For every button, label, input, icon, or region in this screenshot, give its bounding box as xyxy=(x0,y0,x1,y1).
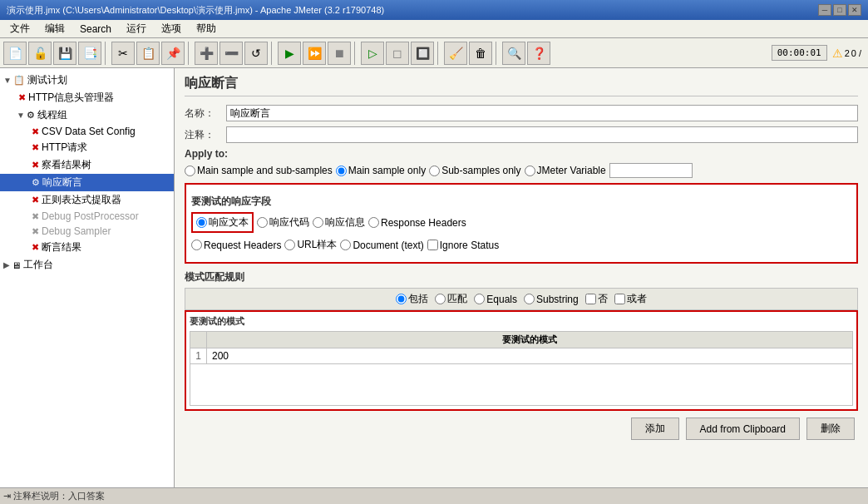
resp-code-option[interactable]: 响应代码 xyxy=(257,215,309,230)
tree-item-6[interactable]: ⚙ 响应断言 xyxy=(0,174,174,191)
maximize-button[interactable]: □ xyxy=(833,4,846,16)
expand-button[interactable]: ➕ xyxy=(195,42,218,65)
pattern-not[interactable]: 否 xyxy=(585,292,608,306)
cut-button[interactable]: ✂ xyxy=(111,42,135,65)
tree-icon-0: 📋 xyxy=(13,75,25,86)
pattern-contains[interactable]: 包括 xyxy=(396,292,428,306)
help-button[interactable]: ❓ xyxy=(527,42,550,65)
name-input[interactable] xyxy=(226,105,858,121)
tree-item-5[interactable]: ✖ 察看结果树 xyxy=(0,156,174,174)
pattern-matches[interactable]: 匹配 xyxy=(435,292,467,306)
name-row: 名称： xyxy=(185,105,858,121)
menu-search[interactable]: Search xyxy=(73,22,118,37)
tree-item-7[interactable]: ✖ 正则表达式提取器 xyxy=(0,191,174,209)
tree-icon-7: ✖ xyxy=(32,195,39,205)
menu-bar: 文件 编辑 Search 运行 选项 帮助 xyxy=(0,20,868,38)
remote-stop-all-button[interactable]: 🔲 xyxy=(411,42,434,65)
tree-item-11[interactable]: ▶ 🖥 工作台 xyxy=(0,256,174,274)
pattern-substring[interactable]: Substring xyxy=(524,294,579,305)
separator-2 xyxy=(188,42,191,65)
menu-run[interactable]: 运行 xyxy=(120,20,153,37)
row-num-1: 1 xyxy=(190,348,207,364)
search-btn[interactable]: 🔍 xyxy=(502,42,525,65)
menu-options[interactable]: 选项 xyxy=(155,20,188,37)
menu-file[interactable]: 文件 xyxy=(3,20,37,37)
reset-button[interactable]: ↺ xyxy=(244,42,268,65)
clear-button[interactable]: 🧹 xyxy=(444,42,467,65)
remote-stop-button[interactable]: ◻ xyxy=(386,42,409,65)
tree-item-10[interactable]: ✖ 断言结果 xyxy=(0,239,174,256)
tree-item-4[interactable]: ✖ HTTP请求 xyxy=(0,139,174,156)
apply-main-only[interactable]: Main sample only xyxy=(336,165,426,176)
tree-item-1[interactable]: ✖ HTTP信息头管理器 xyxy=(0,89,174,106)
resp-info-option[interactable]: 响应信息 xyxy=(313,215,365,230)
tree-label-7: 正则表达式提取器 xyxy=(42,193,121,207)
row-value-1[interactable]: 200 xyxy=(207,348,853,364)
tree-item-8[interactable]: ✖ Debug PostProcessor xyxy=(0,209,174,224)
menu-edit[interactable]: 编辑 xyxy=(38,20,72,37)
run-no-pause-button[interactable]: ⏩ xyxy=(303,42,326,65)
add-from-clipboard-button[interactable]: Add from Clipboard xyxy=(686,418,800,440)
response-field-group2: Request Headers URL样本 Document (text) Ig… xyxy=(191,238,851,252)
window-controls: ─ □ ✕ xyxy=(818,4,861,16)
stop-button[interactable]: ⏹ xyxy=(328,42,351,65)
clear-all-button[interactable]: 🗑 xyxy=(469,42,492,65)
table-row: 1 200 xyxy=(190,348,853,364)
resp-text-option[interactable]: 响应文本 xyxy=(191,212,254,233)
resp-headers-label: Response Headers xyxy=(381,217,466,229)
response-field-box: 要测试的响应字段 响应文本 响应代码 响应信息 Response Headers xyxy=(185,183,858,264)
tree-item-3[interactable]: ✖ CSV Data Set Config xyxy=(0,124,174,139)
pattern-row: 包括 匹配 Equals Substring 否 或者 xyxy=(185,288,858,310)
tree-icon-1: ✖ xyxy=(18,92,26,103)
title-text: 演示使用.jmx (C:\Users\Administrator\Desktop… xyxy=(7,4,818,17)
tree-label-10: 断言结果 xyxy=(42,240,81,254)
ignore-status-option[interactable]: Ignore Status xyxy=(427,240,499,251)
pattern-equals[interactable]: Equals xyxy=(474,294,517,305)
tree-item-0[interactable]: ▼ 📋 测试计划 xyxy=(0,72,174,89)
add-button[interactable]: 添加 xyxy=(631,418,679,440)
tree-item-9[interactable]: ✖ Debug Sampler xyxy=(0,224,174,239)
menu-help[interactable]: 帮助 xyxy=(190,20,223,37)
test-field-label: 要测试的响应字段 xyxy=(191,195,851,209)
new-button[interactable]: 📄 xyxy=(3,42,27,65)
pattern-or[interactable]: 或者 xyxy=(614,292,647,306)
resp-headers-option[interactable]: Response Headers xyxy=(368,217,466,229)
table-header-num xyxy=(190,332,207,348)
tree-panel: ▼ 📋 测试计划 ✖ HTTP信息头管理器 ▼ ⚙ 线程组 ✖ CSV Data… xyxy=(0,68,175,487)
close-button[interactable]: ✕ xyxy=(848,4,861,16)
pattern-substring-label: Substring xyxy=(536,294,579,305)
comment-row: 注释： xyxy=(185,126,858,143)
save-all-button[interactable]: 📑 xyxy=(78,42,101,65)
apply-to-group: Main sample and sub-samples Main sample … xyxy=(185,163,858,178)
remote-start-button[interactable]: ▷ xyxy=(361,42,384,65)
tree-item-2[interactable]: ▼ ⚙ 线程组 xyxy=(0,106,174,124)
apply-jmeter-var[interactable]: JMeter Variable xyxy=(525,165,606,176)
comment-input[interactable] xyxy=(226,126,858,143)
expand-icon-11: ▶ xyxy=(3,260,10,269)
apply-sub-only[interactable]: Sub-samples only xyxy=(429,165,520,176)
error-count: 0 / xyxy=(851,48,861,58)
url-sample-label: URL样本 xyxy=(297,238,337,252)
tree-label-6: 响应断言 xyxy=(42,175,82,190)
apply-main-sub[interactable]: Main sample and sub-samples xyxy=(185,165,333,176)
title-bar: 演示使用.jmx (C:\Users\Administrator\Desktop… xyxy=(0,0,868,20)
paste-button[interactable]: 📌 xyxy=(161,42,185,65)
run-button[interactable]: ▶ xyxy=(278,42,301,65)
url-sample-option[interactable]: URL样本 xyxy=(284,238,337,252)
collapse-button[interactable]: ➖ xyxy=(219,42,243,65)
delete-button[interactable]: 删除 xyxy=(806,418,855,440)
resp-info-label: 响应信息 xyxy=(325,215,365,230)
save-button[interactable]: 💾 xyxy=(53,42,76,65)
pattern-matches-label: 匹配 xyxy=(447,292,467,306)
copy-button[interactable]: 📋 xyxy=(136,42,160,65)
open-button[interactable]: 🔓 xyxy=(28,42,52,65)
apply-to-label: Apply to: xyxy=(185,148,858,160)
separator-6 xyxy=(496,42,499,65)
req-headers-option[interactable]: Request Headers xyxy=(191,240,281,251)
tree-icon-10: ✖ xyxy=(32,242,39,253)
minimize-button[interactable]: ─ xyxy=(818,4,831,16)
tree-label-2: 线程组 xyxy=(37,108,67,122)
doc-text-label: Document (text) xyxy=(353,240,423,251)
doc-text-option[interactable]: Document (text) xyxy=(340,240,423,251)
jmeter-var-input[interactable] xyxy=(609,163,693,178)
